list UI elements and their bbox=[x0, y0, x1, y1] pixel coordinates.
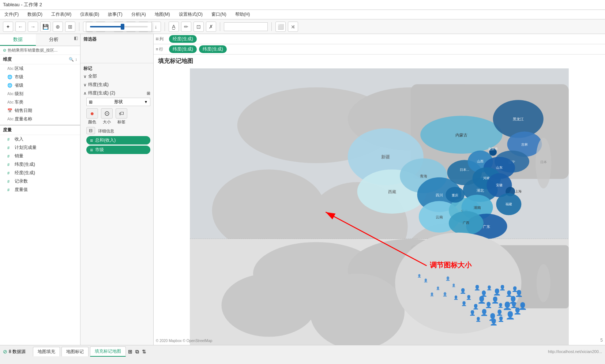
row-pill-lat2[interactable]: 纬度(生成) bbox=[199, 45, 227, 53]
home-button[interactable]: ✦ bbox=[3, 22, 13, 32]
field-plan-qty[interactable]: # 计划完成量 bbox=[0, 143, 80, 152]
marks-section: 标记 ∨ 全部 ∨ 纬度(生成) ∧ 纬度(生成) (2) bbox=[80, 63, 153, 158]
menu-map[interactable]: 地图(M) bbox=[153, 11, 172, 18]
swap-rows-icon[interactable]: ⇅ bbox=[141, 348, 147, 355]
marks-all-header[interactable]: ∨ 全部 bbox=[83, 73, 150, 79]
field-lon[interactable]: # 经度(生成) bbox=[0, 169, 80, 177]
datasource-label[interactable]: ⊘ 热销乘用车销量数据_按区... bbox=[0, 46, 80, 55]
search-input[interactable] bbox=[224, 22, 268, 31]
canvas-area: 填充标记地图 新疆 bbox=[154, 55, 605, 345]
field-quyu[interactable]: Abc 区域 bbox=[0, 64, 80, 73]
sidebar-toggle[interactable]: ◧ bbox=[72, 34, 80, 46]
separator-1 bbox=[79, 22, 79, 31]
forward-button[interactable]: → bbox=[28, 22, 38, 32]
column-pill-lon[interactable]: 经度(生成) bbox=[169, 35, 197, 43]
menu-story[interactable]: 故事(T) bbox=[106, 11, 124, 18]
tab-data[interactable]: 数据 bbox=[0, 34, 36, 46]
db-icon: ⊘ bbox=[3, 48, 6, 53]
dimensions-icons[interactable]: 🔍 ↕ bbox=[69, 57, 78, 62]
marks-pill-revenue[interactable]: ≡ 总和(收入) bbox=[86, 136, 150, 145]
highlight-button[interactable]: A̲ bbox=[169, 22, 179, 32]
map-svg[interactable]: 新疆 西藏 青海 内蒙古 黑龙江 吉林 辽宁 bbox=[154, 68, 605, 345]
size-slider[interactable] bbox=[90, 26, 148, 27]
chevron-up-icon: ∧ bbox=[83, 91, 87, 96]
sheet-tab-1[interactable]: 地图标记 bbox=[61, 347, 89, 356]
sheet-tab-0[interactable]: 地图填充 bbox=[33, 347, 60, 356]
duplicate-sheet-icon[interactable]: ⧉ bbox=[135, 348, 140, 356]
field-chelei[interactable]: Abc 车类 bbox=[0, 98, 80, 106]
new-datasource-button[interactable]: ⊕ bbox=[53, 22, 63, 32]
svg-text:青海: 青海 bbox=[420, 174, 427, 178]
menu-data[interactable]: 数据(D) bbox=[26, 11, 44, 18]
marks-buttons: ● 颜色 ⊙ 大小 🏷 bbox=[86, 108, 150, 125]
share-button[interactable]: ⤨ bbox=[288, 22, 298, 32]
field-name: 经度(生成) bbox=[15, 170, 35, 176]
hash-icon: # bbox=[7, 162, 12, 167]
field-shiji[interactable]: 🌐 市级 bbox=[0, 73, 80, 81]
field-revenue[interactable]: # 收入 bbox=[0, 135, 80, 143]
marks-all-group: ∨ 全部 bbox=[83, 73, 150, 79]
slider-thumb[interactable] bbox=[121, 24, 124, 30]
field-sales[interactable]: # 销量 bbox=[0, 152, 80, 160]
color-button[interactable]: ● 颜色 bbox=[86, 108, 98, 125]
svg-text:内蒙古: 内蒙古 bbox=[455, 133, 467, 137]
field-name: 车类 bbox=[15, 99, 23, 105]
svg-text:四川: 四川 bbox=[436, 193, 443, 197]
field-name: 销量 bbox=[15, 153, 23, 159]
menu-help[interactable]: 帮助(H) bbox=[234, 11, 252, 18]
tab-analysis[interactable]: 分析 bbox=[36, 34, 72, 46]
marks-lat-header[interactable]: ∨ 纬度(生成) bbox=[83, 82, 150, 88]
pause-button[interactable]: ⊞ bbox=[65, 22, 75, 32]
menu-window[interactable]: 窗口(N) bbox=[210, 11, 228, 18]
field-record-count[interactable]: # 记录数 bbox=[0, 177, 80, 185]
field-name: 度量值 bbox=[15, 187, 28, 193]
sheet-tab-2[interactable]: 填充标记地图 bbox=[90, 346, 126, 357]
menu-worksheet[interactable]: 工作表(W) bbox=[50, 11, 73, 18]
svg-text:👤: 👤 bbox=[498, 316, 504, 322]
field-shengji[interactable]: 🌐 省级 bbox=[0, 81, 80, 90]
svg-text:👤: 👤 bbox=[436, 286, 440, 290]
text-button[interactable]: ⊡ bbox=[193, 22, 204, 32]
field-jibie[interactable]: Abc 级别 bbox=[0, 90, 80, 98]
field-measure-value[interactable]: # 度量值 bbox=[0, 185, 80, 194]
menu-file[interactable]: 文件(F) bbox=[3, 11, 20, 18]
marks-lat2-header[interactable]: ∧ 纬度(生成) (2) ⊞ bbox=[83, 90, 150, 96]
detail-button[interactable]: ⊟ 详细信息 bbox=[86, 127, 150, 135]
back-button[interactable]: ← bbox=[15, 22, 26, 32]
menu-dashboard[interactable]: 仪表板(B) bbox=[79, 11, 101, 18]
field-measure-name[interactable]: Abc 度量名称 bbox=[0, 115, 80, 123]
clear-button[interactable]: ✗ bbox=[206, 22, 216, 32]
svg-text:广西: 广西 bbox=[463, 221, 469, 225]
field-lat[interactable]: # 纬度(生成) bbox=[0, 160, 80, 169]
sort-icon[interactable]: ↕ bbox=[75, 57, 78, 62]
svg-text:上海: 上海 bbox=[515, 189, 522, 193]
svg-text:👤: 👤 bbox=[474, 285, 481, 291]
save-button[interactable]: 💾 bbox=[40, 22, 50, 32]
label-button[interactable]: 🏷 标签 bbox=[116, 108, 127, 125]
hash-icon: # bbox=[7, 188, 12, 192]
datasource-tab[interactable]: ⊘ 8 数据源 bbox=[3, 349, 26, 355]
bottom-status: http://localhost.net/xician200... bbox=[548, 349, 602, 354]
search-icon[interactable]: 🔍 bbox=[69, 57, 74, 62]
field-name: 市级 bbox=[15, 74, 23, 80]
svg-text:👤: 👤 bbox=[469, 310, 476, 316]
svg-text:广东: 广东 bbox=[483, 225, 490, 229]
present-button[interactable]: ⬜ bbox=[275, 22, 286, 32]
shape-dropdown[interactable]: ⊞ 形状 ▼ bbox=[86, 98, 150, 106]
pill-label: 总和(收入) bbox=[95, 137, 116, 143]
label-label: 标签 bbox=[117, 119, 125, 125]
row-pill-lat1[interactable]: 纬度(生成) bbox=[169, 45, 197, 53]
marks-lat2-icon: ⊞ bbox=[147, 91, 150, 96]
sort-desc-button[interactable]: ↓ bbox=[151, 22, 161, 32]
field-date[interactable]: 📅 销售日期 bbox=[0, 106, 80, 115]
columns-label: iii 列 bbox=[156, 36, 167, 42]
new-sheet-icon[interactable]: ⊞ bbox=[127, 348, 133, 355]
annotate-button[interactable]: ✏ bbox=[181, 22, 191, 32]
marks-lat-label: 纬度(生成) bbox=[88, 82, 109, 88]
menu-analysis[interactable]: 分析(A) bbox=[130, 11, 147, 18]
field-name: 度量名称 bbox=[15, 116, 32, 122]
view-area: iii 列 经度(生成) ≡ 行 纬度(生成) 纬度(生成) 填充标记地图 bbox=[154, 34, 605, 345]
marks-pill-city[interactable]: ≡ 市级 bbox=[86, 146, 150, 154]
menu-format[interactable]: 设置格式(O) bbox=[177, 11, 204, 18]
size-button[interactable]: ⊙ 大小 bbox=[101, 108, 113, 125]
